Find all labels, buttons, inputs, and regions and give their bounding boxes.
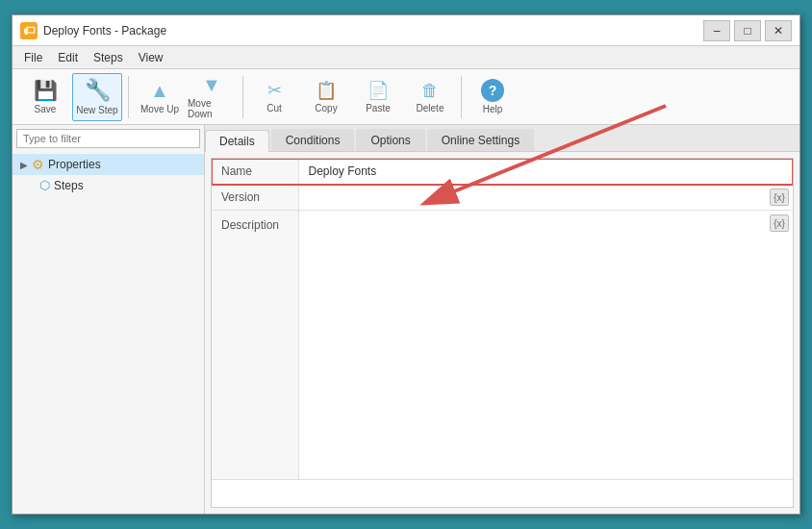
paste-icon: 📄 [368,80,389,101]
steps-label: Steps [54,179,84,192]
copy-label: Copy [315,103,337,113]
table-row-description: Description {x} [212,211,793,480]
close-button[interactable]: ✕ [765,20,792,41]
tab-bar: Details Conditions Options Online Settin… [205,125,799,152]
tab-options[interactable]: Options [356,129,424,151]
tree-area: ▶ ⚙ Properties ⬡ Steps [13,152,204,514]
window-controls: – □ ✕ [703,20,792,41]
version-value: {x} [298,185,793,211]
move-down-icon: ▼ [202,74,221,96]
delete-icon: 🗑 [421,81,439,101]
save-button[interactable]: 💾 Save [20,73,70,121]
version-label: Version [212,185,298,211]
cut-button[interactable]: ✂ Cut [249,73,299,121]
version-action-button[interactable]: {x} [770,189,789,206]
move-up-label: Move Up [140,104,179,114]
move-down-label: Move Down [188,98,236,119]
tab-online-settings[interactable]: Online Settings [427,129,534,151]
description-value: {x} [298,211,793,480]
name-value: Deploy Fonts [298,159,793,185]
main-content: ▶ ⚙ Properties ⬡ Steps Details [13,125,799,514]
tree-item-properties[interactable]: ▶ ⚙ Properties [13,154,204,175]
window-title: Deploy Fonts - Package [43,24,703,38]
help-label: Help [483,104,503,114]
maximize-button[interactable]: □ [734,20,761,41]
toolbar-separator-3 [461,76,462,118]
copy-button[interactable]: 📋 Copy [301,73,351,121]
help-button[interactable]: ? Help [468,73,518,121]
steps-icon: ⬡ [39,178,50,192]
menu-edit[interactable]: Edit [50,49,86,66]
right-panel: Details Conditions Options Online Settin… [205,125,799,514]
name-label: Name [212,159,298,185]
properties-icon: ⚙ [32,157,44,172]
menu-view[interactable]: View [131,49,171,66]
main-window: 🏷 Deploy Fonts - Package – □ ✕ File Edit… [12,14,800,515]
delete-label: Delete [417,103,444,113]
menu-steps[interactable]: Steps [86,49,131,66]
move-up-icon: ▲ [150,80,169,102]
paste-button[interactable]: 📄 Paste [353,73,403,121]
table-row-version: Version {x} [212,185,793,211]
description-label: Description [212,211,298,480]
minimize-button[interactable]: – [703,20,730,41]
save-label: Save [35,104,57,114]
move-down-button[interactable]: ▼ Move Down [187,73,237,121]
filter-input[interactable] [16,129,200,148]
toolbar: 💾 Save 🔧 New Step ▲ Move Up ▼ Move Down … [13,69,799,125]
help-icon: ? [481,79,504,102]
new-step-button[interactable]: 🔧 New Step [72,73,122,121]
menu-bar: File Edit Steps View [13,46,799,69]
delete-button[interactable]: 🗑 Delete [405,73,455,121]
paste-label: Paste [366,103,391,113]
toolbar-separator-2 [242,76,243,118]
menu-file[interactable]: File [16,49,50,66]
copy-icon: 📋 [316,80,337,101]
description-action-button[interactable]: {x} [770,214,789,232]
tree-item-steps[interactable]: ⬡ Steps [13,175,204,195]
version-action-icon: {x} [774,192,785,203]
new-step-label: New Step [76,105,117,115]
toolbar-separator-1 [128,76,129,118]
description-action-icon: {x} [774,218,785,229]
properties-label: Properties [48,158,101,171]
move-up-button[interactable]: ▲ Move Up [135,73,185,121]
cut-label: Cut [266,103,282,113]
tab-details[interactable]: Details [205,130,269,152]
left-panel: ▶ ⚙ Properties ⬡ Steps [13,125,205,514]
properties-table: Name Deploy Fonts Version [212,159,793,480]
save-icon: 💾 [34,79,58,102]
tree-expand-icon: ▶ [20,160,28,170]
app-icon: 🏷 [20,22,38,39]
new-step-icon: 🔧 [85,78,111,103]
title-bar: 🏷 Deploy Fonts - Package – □ ✕ [13,15,799,46]
tab-conditions[interactable]: Conditions [271,129,355,151]
cut-icon: ✂ [267,80,282,101]
table-row-name: Name Deploy Fonts [212,159,793,185]
tab-content-details: Name Deploy Fonts Version [211,158,794,508]
